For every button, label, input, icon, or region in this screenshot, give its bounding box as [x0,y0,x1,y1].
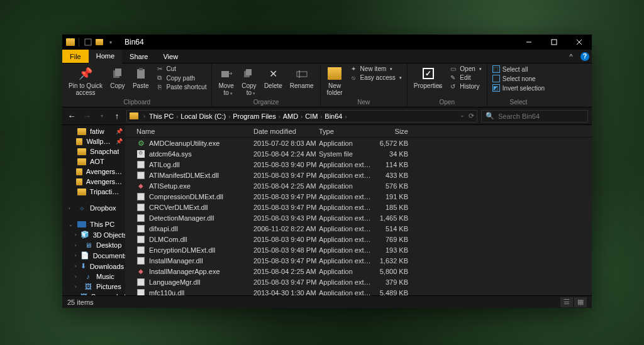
table-row[interactable]: CRCVerDLMExt.dll2015-08-03 9:47 PMApplic… [125,202,592,212]
explorer-window: ▾ Bin64 File Home Share View ^ ? [62,35,592,308]
table-row[interactable]: DLMCom.dll2015-08-03 9:40 PMApplication … [125,234,592,244]
sidebar-item[interactable]: Tripactions [62,187,125,197]
table-row[interactable]: LanguageMgr.dll2015-08-03 9:47 PMApplica… [125,277,592,287]
select-all-button[interactable]: ⬚Select all [491,65,546,74]
table-row[interactable]: difxapi.dll2006-11-02 8:22 AMApplication… [125,223,592,234]
chevron-right-icon[interactable]: › [75,253,77,258]
search-input[interactable] [498,112,584,120]
chevron-right-icon[interactable]: › [75,232,77,238]
column-size[interactable]: Size [373,128,412,135]
file-type: Application exten... [319,289,373,296]
qat-newfolder-icon[interactable] [94,37,104,47]
view-details-button[interactable]: ☰ [560,297,573,307]
sidebar-item[interactable]: ›🖼Pictures [62,282,125,292]
properties-button[interactable]: ✓ Properties ▾ [411,65,445,90]
breadcrumb[interactable]: This PC [148,112,175,120]
chevron-right-icon[interactable]: › [277,114,282,120]
maximize-button[interactable] [541,35,567,50]
chevron-right-icon[interactable]: › [75,274,80,280]
chevron-right-icon[interactable]: › [75,284,80,290]
copy-button[interactable]: Copy [108,65,128,90]
sidebar-item[interactable]: ›📄Documents [62,250,125,261]
minimize-button[interactable] [516,35,541,50]
chevron-right-icon[interactable]: › [142,113,147,119]
qat-dropdown-icon[interactable]: ▾ [106,37,116,47]
invert-selection-button[interactable]: ◩Invert selection [491,84,546,92]
delete-button[interactable]: ✕ Delete ▾ [262,65,285,90]
search-box[interactable]: 🔍 [481,110,588,123]
file-size: 191 KB [373,193,412,200]
rename-button[interactable]: Rename [287,65,316,90]
sidebar-item[interactable]: ›🧊3D Objects [62,229,125,240]
pin-quick-access-button[interactable]: 📌 Pin to Quick access [66,65,105,97]
sidebar-item[interactable]: fatiw📌 [62,126,125,136]
column-date[interactable]: Date modified [253,128,319,135]
sidebar-item[interactable]: Wallpapers📌 [62,136,125,146]
sidebar-item-thispc[interactable]: ⌄ This PC [62,219,125,229]
table-row[interactable]: CompressionDLMExt.dll2015-08-03 9:47 PMA… [125,191,592,202]
history-button[interactable]: ↺History [447,82,482,90]
tab-share[interactable]: Share [122,50,155,63]
table-row[interactable]: DetectionManager.dll2015-08-03 9:43 PMAp… [125,212,592,223]
close-button[interactable] [567,35,592,50]
address-dropdown-icon[interactable]: ⌄ [460,112,465,120]
table-row[interactable]: mfc110u.dll2013-04-30 1:30 AMApplication… [125,287,592,295]
sidebar-item[interactable]: Avengers Infinity [62,177,125,187]
refresh-button[interactable]: ⟳ [469,112,474,120]
table-row[interactable]: ⚙AMDCleanupUtility.exe2015-07-02 8:03 AM… [125,138,592,148]
new-item-button[interactable]: ✦New item▾ [348,65,403,73]
edit-button[interactable]: ✎Edit [447,74,482,82]
table-row[interactable]: ATIManifestDLMExt.dll2015-08-03 9:47 PMA… [125,170,592,180]
qat-properties-icon[interactable] [83,37,93,47]
chevron-right-icon[interactable]: › [75,263,77,269]
table-row[interactable]: ATILog.dll2015-08-03 9:40 PMApplication … [125,159,592,170]
sidebar-item[interactable]: AOT [62,156,125,167]
breadcrumb[interactable]: Program Files [231,112,277,120]
column-name[interactable]: Name [136,128,253,135]
breadcrumb[interactable]: Bin64 [323,112,343,120]
chevron-right-icon[interactable]: › [69,205,74,211]
sidebar-item[interactable]: Avengers Endga [62,167,125,177]
tab-view[interactable]: View [155,50,186,63]
column-type[interactable]: Type [319,128,373,135]
breadcrumb[interactable]: Local Disk (C:) [179,112,227,120]
copy-path-button[interactable]: ⧉Copy path [154,74,208,82]
up-button[interactable]: ↑ [111,111,123,121]
chevron-right-icon[interactable]: › [343,114,348,120]
sidebar-item[interactable]: Snapchat [62,146,125,156]
tab-file[interactable]: File [62,50,89,63]
paste-shortcut-button[interactable]: ⎘Paste shortcut [154,83,208,91]
address-bar[interactable]: › This PC›Local Disk (C:)›Program Files›… [126,110,477,123]
open-button[interactable]: ▭Open▾ [447,65,482,73]
help-button[interactable]: ? [578,50,592,63]
select-none-button[interactable]: Select none [491,74,546,83]
cut-button[interactable]: ✂Cut [154,65,208,73]
view-thumbnails-button[interactable]: ▦ [574,297,587,307]
sidebar-item[interactable]: ›🖥Desktop [62,240,125,250]
table-row[interactable]: InstallManager.dll2015-08-03 9:47 PMAppl… [125,255,592,266]
table-row[interactable]: ◆InstallManagerApp.exe2015-08-04 2:25 AM… [125,266,592,277]
forward-button[interactable]: → [81,111,92,121]
table-row[interactable]: EncryptionDLMExt.dll2015-08-03 9:48 PMAp… [125,244,592,255]
chevron-right-icon[interactable]: › [75,243,80,248]
breadcrumb[interactable]: CIM [304,112,319,120]
new-folder-button[interactable]: New folder [325,65,345,97]
dll-icon [137,161,145,168]
back-button[interactable]: ← [66,111,77,121]
window-icon [66,38,75,46]
paste-button[interactable]: Paste [130,65,152,90]
sidebar-item[interactable]: ›⬇Downloads [62,261,125,271]
sidebar-item-dropbox[interactable]: › ⟐ Dropbox [62,203,125,213]
breadcrumb[interactable]: AMD [282,112,299,120]
easy-access-button[interactable]: ⍉Easy access▾ [348,74,403,82]
tab-home[interactable]: Home [89,50,122,63]
move-to-button[interactable]: Move to ▾ [216,65,236,97]
table-row[interactable]: atdcm64a.sys2015-08-04 2:24 AMSystem fil… [125,148,592,159]
table-row[interactable]: ◆ATISetup.exe2015-08-04 2:25 AMApplicati… [125,180,592,191]
copy-to-button[interactable]: Copy to ▾ [239,65,259,97]
sidebar-item[interactable]: ›♪Music [62,271,125,282]
ribbon-collapse-icon[interactable]: ^ [564,50,578,63]
invert-selection-icon: ◩ [492,84,500,92]
recent-locations-button[interactable]: ▾ [96,113,108,119]
chevron-down-icon[interactable]: ⌄ [69,222,74,227]
